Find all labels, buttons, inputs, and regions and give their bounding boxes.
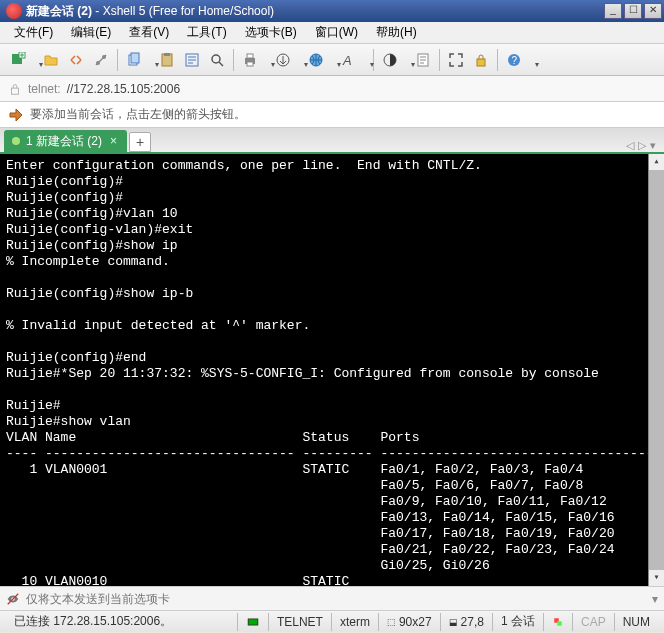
lock-button[interactable]	[469, 48, 493, 72]
send-menu-button[interactable]: ▾	[652, 592, 658, 606]
menubar: 文件(F) 编辑(E) 查看(V) 工具(T) 选项卡(B) 窗口(W) 帮助(…	[0, 22, 664, 44]
color-button[interactable]: ▾	[378, 48, 410, 72]
copy-button[interactable]: ▾	[122, 48, 154, 72]
menu-view[interactable]: 查看(V)	[121, 22, 177, 43]
svg-rect-23	[249, 619, 258, 624]
address-bar: telnet://172.28.15.105:2006	[0, 76, 664, 102]
tab-next-button[interactable]: ▷	[638, 139, 646, 152]
new-tab-button[interactable]: +	[129, 132, 151, 152]
status-protocol: TELNET	[268, 613, 331, 631]
svg-text:A: A	[342, 53, 352, 68]
globe-button[interactable]: ▾	[304, 48, 336, 72]
svg-point-2	[96, 61, 100, 65]
font-button[interactable]: A▾	[337, 48, 369, 72]
script-button[interactable]	[411, 48, 435, 72]
menu-tools[interactable]: 工具(T)	[179, 22, 234, 43]
new-session-button[interactable]: ▾	[6, 48, 38, 72]
app-icon	[6, 3, 22, 19]
maximize-button[interactable]: ☐	[624, 3, 642, 19]
disconnect-button[interactable]	[89, 48, 113, 72]
svg-rect-25	[557, 621, 562, 626]
svg-text:?: ?	[512, 55, 518, 66]
send-input[interactable]	[26, 592, 646, 606]
menu-window[interactable]: 窗口(W)	[307, 22, 366, 43]
status-cap: CAP	[572, 613, 614, 631]
tab-menu-button[interactable]: ▾	[650, 139, 656, 152]
tab-active[interactable]: 1 新建会话 (2) ×	[4, 130, 127, 152]
minimize-button[interactable]: _	[604, 3, 622, 19]
scroll-down-button[interactable]: ▾	[649, 570, 664, 586]
status-protocol-icon	[237, 613, 268, 631]
open-button[interactable]	[39, 48, 63, 72]
scrollbar[interactable]: ▴▾	[648, 154, 664, 586]
status-term: xterm	[331, 613, 378, 631]
hint-bar: 要添加当前会话，点击左侧的箭头按钮。	[0, 102, 664, 128]
address-path[interactable]: //172.28.15.105:2006	[67, 82, 180, 96]
svg-rect-18	[477, 59, 485, 66]
add-arrow-icon[interactable]	[8, 107, 24, 123]
hint-text: 要添加当前会话，点击左侧的箭头按钮。	[30, 106, 246, 123]
tab-close-button[interactable]: ×	[108, 134, 119, 148]
status-pos: ⬓27,8	[440, 613, 492, 631]
properties-button[interactable]	[180, 48, 204, 72]
svg-rect-5	[131, 53, 139, 63]
titlebar: 新建会话 (2) - Xshell 5 (Free for Home/Schoo…	[0, 0, 664, 22]
svg-rect-12	[247, 62, 253, 66]
status-connection: 已连接 172.28.15.105:2006。	[6, 613, 237, 631]
close-button[interactable]: ✕	[644, 3, 662, 19]
menu-help[interactable]: 帮助(H)	[368, 22, 425, 43]
svg-rect-21	[12, 88, 19, 94]
status-size: ⬚90x27	[378, 613, 440, 631]
menu-options[interactable]: 选项卡(B)	[237, 22, 305, 43]
send-bar: ▾	[0, 586, 664, 610]
terminal[interactable]: Enter configuration commands, one per li…	[0, 154, 664, 586]
address-scheme: telnet:	[28, 82, 61, 96]
status-ssl-icon	[543, 613, 572, 631]
tab-bar: 1 新建会话 (2) × + ◁ ▷ ▾	[0, 128, 664, 154]
svg-point-3	[102, 55, 106, 59]
fullscreen-button[interactable]	[444, 48, 468, 72]
scroll-thumb[interactable]	[649, 170, 664, 570]
window-title: 新建会话 (2) - Xshell 5 (Free for Home/Schoo…	[26, 3, 604, 20]
menu-edit[interactable]: 编辑(E)	[63, 22, 119, 43]
menu-file[interactable]: 文件(F)	[6, 22, 61, 43]
toolbar: ▾ ▾ ▾ ▾ ▾ A▾ ▾ ?▾	[0, 44, 664, 76]
svg-rect-7	[164, 53, 170, 56]
transfer-button[interactable]: ▾	[271, 48, 303, 72]
print-button[interactable]: ▾	[238, 48, 270, 72]
status-sessions: 1 会话	[492, 613, 543, 631]
hidden-icon	[6, 592, 20, 606]
status-bar: 已连接 172.28.15.105:2006。 TELNET xterm ⬚90…	[0, 610, 664, 632]
connect-button[interactable]	[64, 48, 88, 72]
tab-label: 1 新建会话 (2)	[26, 133, 102, 150]
help-button[interactable]: ?▾	[502, 48, 534, 72]
svg-rect-11	[247, 54, 253, 58]
find-button[interactable]	[205, 48, 229, 72]
svg-point-9	[212, 55, 220, 63]
paste-button[interactable]	[155, 48, 179, 72]
lock-icon	[8, 82, 22, 96]
tab-prev-button[interactable]: ◁	[626, 139, 634, 152]
status-num: NUM	[614, 613, 658, 631]
tab-status-icon	[12, 137, 20, 145]
scroll-up-button[interactable]: ▴	[649, 154, 664, 170]
